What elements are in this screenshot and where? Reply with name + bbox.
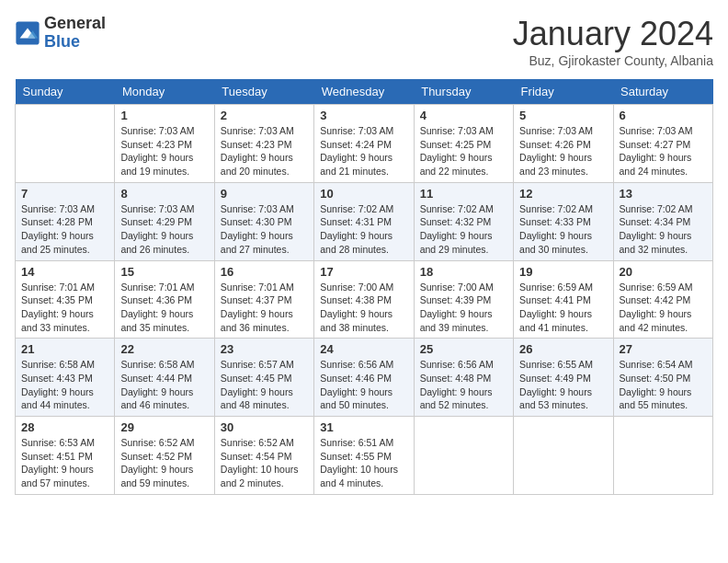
day-number: 14 <box>21 265 108 279</box>
day-number: 22 <box>120 342 208 356</box>
day-number: 13 <box>620 187 707 201</box>
day-number: 8 <box>120 187 208 201</box>
day-info: Sunrise: 7:03 AMSunset: 4:23 PMDaylight:… <box>221 124 308 178</box>
day-info: Sunrise: 6:58 AMSunset: 4:43 PMDaylight:… <box>21 358 108 412</box>
calendar-cell: 11Sunrise: 7:02 AMSunset: 4:32 PMDayligh… <box>414 182 513 260</box>
calendar-cell: 25Sunrise: 6:56 AMSunset: 4:48 PMDayligh… <box>414 339 513 417</box>
calendar-cell: 26Sunrise: 6:55 AMSunset: 4:49 PMDayligh… <box>514 339 613 417</box>
calendar-cell <box>613 417 712 495</box>
day-number: 17 <box>320 265 407 279</box>
day-number: 5 <box>519 109 607 122</box>
calendar-cell: 16Sunrise: 7:01 AMSunset: 4:37 PMDayligh… <box>214 260 313 339</box>
day-info: Sunrise: 7:03 AMSunset: 4:27 PMDaylight:… <box>620 124 707 178</box>
calendar-cell: 1Sunrise: 7:03 AMSunset: 4:23 PMDaylight… <box>115 105 214 183</box>
day-number: 28 <box>21 420 108 434</box>
page-header: General Blue January 2024 Buz, Gjirokast… <box>15 15 713 68</box>
calendar-cell: 17Sunrise: 7:00 AMSunset: 4:38 PMDayligh… <box>314 260 414 339</box>
day-info: Sunrise: 7:03 AMSunset: 4:26 PMDaylight:… <box>519 124 607 178</box>
day-info: Sunrise: 6:58 AMSunset: 4:44 PMDaylight:… <box>120 358 208 412</box>
calendar-cell: 31Sunrise: 6:51 AMSunset: 4:55 PMDayligh… <box>314 417 414 495</box>
day-info: Sunrise: 7:00 AMSunset: 4:38 PMDaylight:… <box>320 281 407 335</box>
day-number: 23 <box>221 342 308 356</box>
day-number: 4 <box>420 109 507 122</box>
day-number: 21 <box>21 342 108 356</box>
day-number: 20 <box>620 265 707 279</box>
day-number: 19 <box>519 265 607 279</box>
day-info: Sunrise: 7:02 AMSunset: 4:33 PMDaylight:… <box>519 202 607 257</box>
day-info: Sunrise: 6:52 AMSunset: 4:54 PMDaylight:… <box>221 436 308 490</box>
logo-icon <box>15 20 40 46</box>
day-info: Sunrise: 7:01 AMSunset: 4:36 PMDaylight:… <box>120 281 208 335</box>
weekday-header-row: SundayMondayTuesdayWednesdayThursdayFrid… <box>16 79 713 105</box>
weekday-header-sunday: Sunday <box>16 79 115 105</box>
day-info: Sunrise: 7:03 AMSunset: 4:25 PMDaylight:… <box>420 124 507 178</box>
day-info: Sunrise: 6:59 AMSunset: 4:41 PMDaylight:… <box>519 281 607 335</box>
day-info: Sunrise: 7:02 AMSunset: 4:31 PMDaylight:… <box>320 202 407 257</box>
logo-blue: Blue <box>44 33 106 52</box>
day-info: Sunrise: 7:03 AMSunset: 4:30 PMDaylight:… <box>221 202 308 257</box>
weekday-header-tuesday: Tuesday <box>214 79 313 105</box>
day-info: Sunrise: 7:02 AMSunset: 4:32 PMDaylight:… <box>420 202 507 257</box>
calendar-cell: 19Sunrise: 6:59 AMSunset: 4:41 PMDayligh… <box>514 260 613 339</box>
location-subtitle: Buz, Gjirokaster County, Albania <box>513 53 713 68</box>
calendar-cell: 30Sunrise: 6:52 AMSunset: 4:54 PMDayligh… <box>214 417 313 495</box>
day-number: 6 <box>620 109 707 122</box>
calendar-cell: 23Sunrise: 6:57 AMSunset: 4:45 PMDayligh… <box>214 339 313 417</box>
calendar-cell: 21Sunrise: 6:58 AMSunset: 4:43 PMDayligh… <box>16 339 115 417</box>
day-info: Sunrise: 6:53 AMSunset: 4:51 PMDaylight:… <box>21 436 108 490</box>
calendar-cell: 2Sunrise: 7:03 AMSunset: 4:23 PMDaylight… <box>214 105 313 183</box>
calendar-header: SundayMondayTuesdayWednesdayThursdayFrid… <box>16 79 713 105</box>
calendar-week-row: 14Sunrise: 7:01 AMSunset: 4:35 PMDayligh… <box>16 260 713 339</box>
day-number: 10 <box>320 187 407 201</box>
day-number: 24 <box>320 342 407 356</box>
day-number: 7 <box>21 187 108 201</box>
weekday-header-wednesday: Wednesday <box>314 79 414 105</box>
calendar-cell: 7Sunrise: 7:03 AMSunset: 4:28 PMDaylight… <box>16 182 115 260</box>
day-number: 15 <box>120 265 208 279</box>
weekday-header-friday: Friday <box>514 79 613 105</box>
calendar-cell: 24Sunrise: 6:56 AMSunset: 4:46 PMDayligh… <box>314 339 414 417</box>
calendar-cell: 4Sunrise: 7:03 AMSunset: 4:25 PMDaylight… <box>414 105 513 183</box>
calendar-cell: 15Sunrise: 7:01 AMSunset: 4:36 PMDayligh… <box>115 260 214 339</box>
day-info: Sunrise: 6:55 AMSunset: 4:49 PMDaylight:… <box>519 358 607 412</box>
day-info: Sunrise: 7:00 AMSunset: 4:39 PMDaylight:… <box>420 281 507 335</box>
calendar-week-row: 1Sunrise: 7:03 AMSunset: 4:23 PMDaylight… <box>16 105 713 183</box>
calendar-table: SundayMondayTuesdayWednesdayThursdayFrid… <box>15 79 713 495</box>
calendar-cell: 13Sunrise: 7:02 AMSunset: 4:34 PMDayligh… <box>613 182 712 260</box>
weekday-header-thursday: Thursday <box>414 79 513 105</box>
day-info: Sunrise: 7:03 AMSunset: 4:24 PMDaylight:… <box>320 124 407 178</box>
day-number: 18 <box>420 265 507 279</box>
calendar-cell: 29Sunrise: 6:52 AMSunset: 4:52 PMDayligh… <box>115 417 214 495</box>
day-number: 3 <box>320 109 407 122</box>
calendar-cell: 8Sunrise: 7:03 AMSunset: 4:29 PMDaylight… <box>115 182 214 260</box>
calendar-cell: 9Sunrise: 7:03 AMSunset: 4:30 PMDaylight… <box>214 182 313 260</box>
calendar-cell: 5Sunrise: 7:03 AMSunset: 4:26 PMDaylight… <box>514 105 613 183</box>
day-number: 16 <box>221 265 308 279</box>
day-info: Sunrise: 6:54 AMSunset: 4:50 PMDaylight:… <box>620 358 707 412</box>
logo-text: General Blue <box>44 15 106 52</box>
calendar-week-row: 21Sunrise: 6:58 AMSunset: 4:43 PMDayligh… <box>16 339 713 417</box>
day-info: Sunrise: 7:02 AMSunset: 4:34 PMDaylight:… <box>620 202 707 257</box>
day-number: 2 <box>221 109 308 122</box>
calendar-week-row: 28Sunrise: 6:53 AMSunset: 4:51 PMDayligh… <box>16 417 713 495</box>
day-info: Sunrise: 7:01 AMSunset: 4:35 PMDaylight:… <box>21 281 108 335</box>
day-number: 25 <box>420 342 507 356</box>
calendar-cell: 12Sunrise: 7:02 AMSunset: 4:33 PMDayligh… <box>514 182 613 260</box>
calendar-cell: 10Sunrise: 7:02 AMSunset: 4:31 PMDayligh… <box>314 182 414 260</box>
day-info: Sunrise: 6:51 AMSunset: 4:55 PMDaylight:… <box>320 436 407 490</box>
day-number: 31 <box>320 420 407 434</box>
day-info: Sunrise: 7:03 AMSunset: 4:28 PMDaylight:… <box>21 202 108 257</box>
day-info: Sunrise: 6:52 AMSunset: 4:52 PMDaylight:… <box>120 436 208 490</box>
day-info: Sunrise: 7:03 AMSunset: 4:23 PMDaylight:… <box>120 124 208 178</box>
calendar-cell: 28Sunrise: 6:53 AMSunset: 4:51 PMDayligh… <box>16 417 115 495</box>
day-number: 12 <box>519 187 607 201</box>
day-number: 27 <box>620 342 707 356</box>
calendar-cell: 3Sunrise: 7:03 AMSunset: 4:24 PMDaylight… <box>314 105 414 183</box>
weekday-header-saturday: Saturday <box>613 79 712 105</box>
day-number: 26 <box>519 342 607 356</box>
calendar-cell <box>414 417 513 495</box>
calendar-cell: 27Sunrise: 6:54 AMSunset: 4:50 PMDayligh… <box>613 339 712 417</box>
calendar-cell <box>16 105 115 183</box>
day-info: Sunrise: 6:56 AMSunset: 4:46 PMDaylight:… <box>320 358 407 412</box>
calendar-cell: 6Sunrise: 7:03 AMSunset: 4:27 PMDaylight… <box>613 105 712 183</box>
